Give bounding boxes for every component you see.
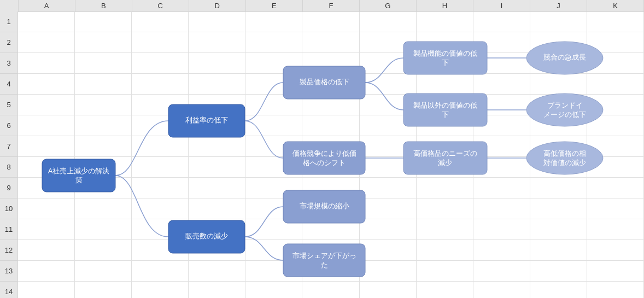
row-header-6[interactable]: 6 [0, 115, 18, 136]
node-l5a-text: 競合の急成長 [543, 53, 586, 61]
node-l3a-text: 製品価格の低下 [300, 78, 349, 86]
svg-text:ブランドイ: ブランドイ [547, 101, 583, 109]
node-l2b-text: 販売数の減少 [185, 232, 228, 240]
node-l2a-text: 利益率の低下 [185, 116, 228, 124]
tree-diagram[interactable]: A社売上減少の解決 策 利益率の低下 販売数の減少 製品価格の低下 価格競争によ… [18, 11, 644, 298]
node-l4c-line1: 高価格品のニーズの [413, 149, 477, 157]
row-header-10[interactable]: 10 [0, 198, 18, 219]
col-header-g[interactable]: G [360, 0, 417, 12]
node-root-line2: 策 [75, 176, 83, 184]
node-l4a[interactable] [403, 42, 487, 74]
svg-text:減少: 減少 [438, 159, 452, 167]
col-header-c[interactable]: C [132, 0, 189, 12]
row-header-1[interactable]: 1 [0, 11, 18, 32]
row-headers: 1 2 3 4 5 6 7 8 9 10 11 12 13 14 [0, 11, 18, 298]
svg-text:製品以外の価値の低: 製品以外の価値の低 [413, 101, 477, 109]
node-l3d-line2: た [321, 261, 328, 269]
node-l4b[interactable] [403, 94, 487, 126]
col-header-k[interactable]: K [587, 0, 644, 12]
node-l3d-line1: 市場シェアが下がっ [292, 252, 356, 260]
row-header-13[interactable]: 13 [0, 261, 18, 282]
row-header-12[interactable]: 12 [0, 240, 18, 261]
svg-text:製品価格の低下: 製品価格の低下 [300, 78, 349, 86]
svg-text:販売数の減少: 販売数の減少 [185, 232, 228, 240]
node-l5b[interactable] [526, 94, 603, 126]
svg-text:対価値の減少: 対価値の減少 [543, 159, 586, 167]
svg-text:格へのシフト: 格へのシフト [302, 159, 346, 167]
node-l3b-line2: 格へのシフト [302, 159, 346, 167]
node-l5b-line1: ブランドイ [547, 101, 583, 109]
svg-text:た: た [321, 261, 328, 269]
node-l5c-line2: 対価値の減少 [543, 159, 586, 167]
row-header-5[interactable]: 5 [0, 95, 18, 115]
select-all-corner[interactable] [0, 0, 19, 12]
node-l5c[interactable] [526, 142, 603, 174]
row-header-11[interactable]: 11 [0, 219, 18, 240]
node-l4c-line2: 減少 [438, 159, 452, 167]
node-l3d[interactable] [283, 244, 365, 277]
column-headers: A B C D E F G H I J K [0, 0, 644, 11]
row-header-4[interactable]: 4 [0, 74, 18, 95]
row-header-9[interactable]: 9 [0, 178, 18, 198]
svg-text:A社売上減少の解決: A社売上減少の解決 [48, 167, 110, 175]
svg-text:利益率の低下: 利益率の低下 [185, 116, 228, 124]
svg-text:高価格品のニーズの: 高価格品のニーズの [413, 149, 477, 157]
node-l3b-line1: 価格競争により低価 [292, 149, 356, 157]
col-header-a[interactable]: A [19, 0, 75, 12]
node-l4c[interactable] [403, 142, 487, 174]
row-header-2[interactable]: 2 [0, 32, 18, 53]
col-header-d[interactable]: D [189, 0, 246, 12]
row-header-14[interactable]: 14 [0, 282, 18, 298]
col-header-j[interactable]: J [530, 0, 587, 12]
svg-text:市場規模の縮小: 市場規模の縮小 [300, 202, 349, 210]
svg-text:高低価格の相: 高低価格の相 [543, 149, 586, 157]
svg-text:下: 下 [442, 59, 449, 67]
svg-text:価格競争により低価: 価格競争により低価 [292, 149, 356, 157]
node-l4a-line2: 下 [442, 59, 449, 67]
col-header-b[interactable]: B [75, 0, 132, 12]
node-l4a-line1: 製品機能の価値の低 [413, 49, 477, 57]
svg-text:製品機能の価値の低: 製品機能の価値の低 [413, 49, 477, 57]
col-header-i[interactable]: I [473, 0, 530, 12]
col-header-h[interactable]: H [417, 0, 473, 12]
svg-text:下: 下 [442, 110, 449, 119]
node-l5c-line1: 高低価格の相 [543, 149, 586, 157]
svg-text:競合の急成長: 競合の急成長 [543, 53, 586, 61]
node-l5b-line2: メージの低下 [543, 110, 586, 119]
node-l4b-line2: 下 [442, 110, 449, 119]
node-l3b[interactable] [283, 142, 365, 174]
svg-text:策: 策 [75, 176, 83, 184]
row-header-8[interactable]: 8 [0, 157, 18, 178]
node-l4b-line1: 製品以外の価値の低 [413, 101, 477, 109]
col-header-f[interactable]: F [303, 0, 360, 12]
node-root-line1: A社売上減少の解決 [48, 167, 110, 175]
row-header-3[interactable]: 3 [0, 53, 18, 74]
row-header-7[interactable]: 7 [0, 136, 18, 157]
node-root[interactable] [42, 159, 115, 192]
col-header-e[interactable]: E [246, 0, 303, 12]
node-l3c-text: 市場規模の縮小 [300, 202, 349, 210]
svg-text:市場シェアが下がっ: 市場シェアが下がっ [292, 252, 356, 260]
spreadsheet-stage: A B C D E F G H I J K 1 2 3 4 5 6 7 8 9 … [0, 0, 644, 298]
svg-text:メージの低下: メージの低下 [543, 110, 586, 119]
